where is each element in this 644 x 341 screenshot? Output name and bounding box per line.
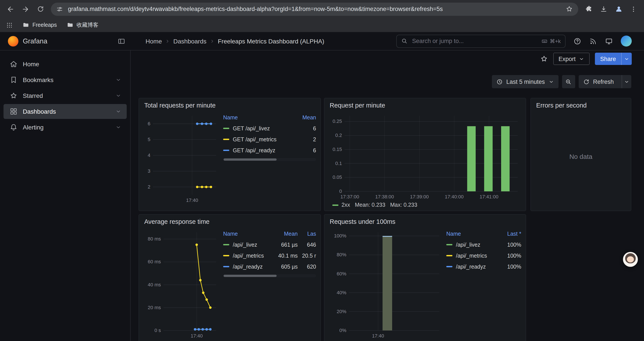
time-range-button[interactable]: Last 5 minutes <box>492 75 558 88</box>
grafana-app: Grafana Home Dashboards Freeleaps Metric… <box>0 32 644 341</box>
extensions-button[interactable] <box>582 2 596 16</box>
refresh-interval-caret[interactable] <box>622 75 631 88</box>
legend-row: /api/_livez 100% <box>446 239 521 250</box>
request-per-minute-chart: 00.050.10.150.20.2517:37:0017:38:0017:39… <box>329 112 520 200</box>
downloads-button[interactable] <box>597 2 611 16</box>
legend-col-last[interactable]: Las <box>298 231 316 237</box>
zoom-out-button[interactable] <box>562 75 575 88</box>
keyboard-icon <box>542 38 548 44</box>
search-box[interactable]: ⌘+k <box>396 35 566 48</box>
legend-scrollbar[interactable] <box>223 274 316 277</box>
back-button[interactable] <box>4 2 18 16</box>
legend-col-mean[interactable]: Mean <box>291 115 316 121</box>
svg-text:0.25: 0.25 <box>332 119 342 124</box>
favorite-star-button[interactable] <box>540 55 548 63</box>
legend-scrollbar[interactable] <box>223 158 316 161</box>
share-button[interactable]: Share <box>595 53 632 65</box>
legend-col-last[interactable]: Last * <box>497 231 521 237</box>
floating-assistant-avatar[interactable] <box>623 252 638 267</box>
sidebar-item-label: Home <box>23 61 39 68</box>
chevron-down-icon[interactable] <box>115 93 122 99</box>
legend-col-name[interactable]: Name <box>223 115 291 121</box>
help-icon[interactable] <box>574 37 581 45</box>
share-label[interactable]: Share <box>595 53 621 65</box>
svg-text:4: 4 <box>148 153 150 158</box>
svg-text:60%: 60% <box>337 271 346 276</box>
url-input[interactable] <box>67 5 562 13</box>
series-label[interactable]: /api/_metrics <box>456 253 497 259</box>
scrollbar-thumb[interactable] <box>224 275 277 277</box>
legend-col-mean[interactable]: Mean <box>270 231 298 237</box>
site-settings-icon[interactable] <box>56 6 63 13</box>
chevron-down-icon[interactable] <box>115 108 122 115</box>
bookmark-folder-freeleaps[interactable]: Freeleaps <box>22 22 57 29</box>
panel-title[interactable]: Requests under 100ms <box>330 218 521 225</box>
series-max: Max: 0.233 <box>390 202 417 208</box>
legend-row: /api/_readyz 605 µs 620 <box>223 261 316 272</box>
panel-title[interactable]: Request per minute <box>330 102 521 109</box>
series-color-dash <box>332 204 338 206</box>
svg-text:80 ms: 80 ms <box>148 236 161 242</box>
apps-grid-icon[interactable] <box>6 22 13 28</box>
forward-button[interactable] <box>18 2 32 16</box>
series-label[interactable]: GET /api/_livez <box>233 125 291 131</box>
series-last: 620 <box>298 263 316 270</box>
legend-row: /api/_readyz 100% <box>446 261 521 272</box>
dock-menu-button[interactable] <box>118 37 126 45</box>
monitor-icon[interactable] <box>605 37 613 45</box>
refresh-button[interactable]: Refresh <box>578 75 631 88</box>
scrollbar-thumb[interactable] <box>224 158 277 161</box>
series-mean: Mean: 0.233 <box>355 202 385 208</box>
series-label[interactable]: 2xx <box>342 202 350 208</box>
sidebar-item-starred[interactable]: Starred <box>4 88 127 103</box>
export-button[interactable]: Export <box>553 53 590 65</box>
series-color-dash <box>446 255 452 256</box>
sidebar-item-home[interactable]: Home <box>4 57 127 72</box>
sidebar-item-dashboards[interactable]: Dashboards <box>4 104 127 119</box>
legend-row: /api/_metrics 40.1 ms 20.5 r <box>223 250 316 261</box>
panel-title[interactable]: Average response time <box>144 218 316 225</box>
sidebar-item-alerting[interactable]: Alerting <box>4 120 127 135</box>
series-label[interactable]: /api/_metrics <box>233 253 270 259</box>
panel-title[interactable]: Errors per second <box>536 102 626 109</box>
series-label[interactable]: /api/_livez <box>233 242 270 248</box>
user-avatar[interactable] <box>621 36 632 47</box>
panel-title[interactable]: Total requests per minute <box>144 102 316 109</box>
breadcrumb-home[interactable]: Home <box>146 38 162 45</box>
home-icon <box>10 60 18 68</box>
browser-menu-button[interactable] <box>626 2 640 16</box>
share-caret-button[interactable] <box>621 53 632 65</box>
series-label[interactable]: /api/_readyz <box>233 263 270 270</box>
legend-col-name[interactable]: Name <box>223 231 270 237</box>
refresh-main[interactable]: Refresh <box>578 75 618 88</box>
grafana-logo[interactable] <box>8 36 18 46</box>
bookmark-folder-blogs[interactable]: 收藏博客 <box>66 21 98 29</box>
sidebar-item-bookmarks[interactable]: Bookmarks <box>4 72 127 87</box>
svg-text:0%: 0% <box>339 327 346 333</box>
svg-text:60 ms: 60 ms <box>148 259 161 264</box>
svg-text:17:40: 17:40 <box>186 197 198 203</box>
svg-text:2: 2 <box>148 184 150 190</box>
chevron-down-icon[interactable] <box>115 77 122 83</box>
star-icon <box>10 92 18 100</box>
legend-col-name[interactable]: Name <box>446 231 497 237</box>
reload-button[interactable] <box>33 2 47 16</box>
avatar-art <box>627 256 634 262</box>
chevron-down-icon[interactable] <box>115 124 122 130</box>
series-label[interactable]: GET /api/_metrics <box>233 136 291 142</box>
search-input[interactable] <box>411 37 538 45</box>
dashboard-main: Export Share Last 5 minutes <box>131 51 644 341</box>
legend-row: /api/_livez 661 µs 646 <box>223 239 316 250</box>
series-mean: 40.1 ms <box>270 253 298 259</box>
omnibox[interactable] <box>51 3 578 16</box>
series-label[interactable]: GET /api/_readyz <box>233 147 291 153</box>
series-label[interactable]: /api/_livez <box>456 242 497 248</box>
svg-text:20%: 20% <box>337 309 346 314</box>
bookmark-star-icon[interactable] <box>566 5 573 13</box>
profile-button[interactable] <box>612 2 626 16</box>
grafana-body: Home Bookmarks Starred Dashboards <box>0 51 644 341</box>
series-label[interactable]: /api/_readyz <box>456 263 497 270</box>
breadcrumb-dashboards[interactable]: Dashboards <box>174 38 206 45</box>
series-color-dash <box>446 266 452 267</box>
rss-icon[interactable] <box>589 37 597 45</box>
